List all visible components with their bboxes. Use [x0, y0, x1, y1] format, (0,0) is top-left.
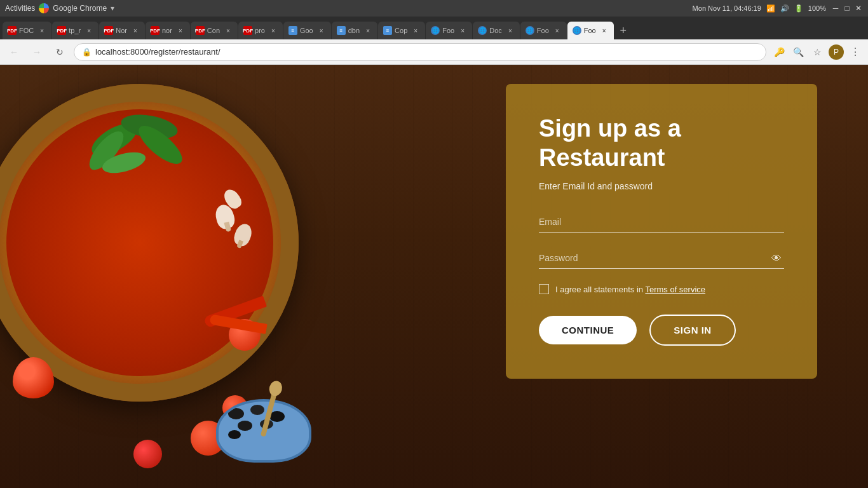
tab-favicon-doc: 🌐	[478, 26, 487, 35]
chrome-icon	[39, 3, 49, 13]
address-field[interactable]: 🔒 localhost:8000/register/restaurant/	[74, 43, 766, 61]
tab-close-goo[interactable]: ×	[317, 26, 326, 35]
password-field-wrapper: 👁	[539, 248, 784, 269]
url-display: localhost:8000/register/restaurant/	[95, 47, 220, 57]
tab-foo1[interactable]: 🌐 Foo ×	[426, 22, 472, 39]
garlic-3	[226, 189, 240, 209]
tab-cop[interactable]: ≡ Cop ×	[378, 22, 425, 39]
tab-close-dbn[interactable]: ×	[363, 26, 372, 35]
battery-percent: 100%	[808, 4, 826, 12]
tab-favicon-foo1: 🌐	[431, 26, 440, 35]
tab-pro[interactable]: PDF pro ×	[238, 22, 283, 39]
forward-button[interactable]: →	[28, 43, 46, 61]
tab-label-foc: FOC	[19, 27, 34, 34]
page-subtitle: Enter Email Id and password	[539, 181, 784, 191]
tab-label-foo2: Foo	[537, 27, 549, 34]
garlic-2	[235, 224, 251, 246]
tab-foo2[interactable]: 🌐 Foo ×	[520, 22, 567, 39]
refresh-button[interactable]: ↻	[51, 43, 69, 61]
tab-label-dbn: dbn	[348, 27, 360, 34]
tab-favicon-goo: ≡	[288, 26, 297, 35]
battery-icon: 🔋	[794, 4, 803, 13]
profile-avatar[interactable]: P	[829, 44, 844, 60]
browser-title: Google Chrome	[53, 4, 107, 13]
tab-label-doc: Doc	[489, 27, 502, 34]
lock-icon: 🔒	[82, 48, 92, 57]
back-button[interactable]: ←	[5, 43, 23, 61]
terms-of-service-link[interactable]: Terms of service	[645, 285, 705, 294]
tab-label-goo: Goo	[300, 27, 313, 34]
tab-foc[interactable]: PDF FOC ×	[3, 22, 51, 39]
tab-favicon-tpr: PDF	[57, 26, 66, 35]
titlebar-left: Activities Google Chrome ▾	[5, 3, 114, 13]
activities-button[interactable]: Activities	[5, 4, 35, 13]
chili-2	[209, 314, 267, 334]
tab-close-tpr[interactable]: ×	[85, 26, 93, 35]
tab-nor1[interactable]: PDF Nor ×	[99, 22, 145, 39]
tab-close-foc[interactable]: ×	[37, 26, 46, 35]
tab-foo3-active[interactable]: 🌐 Foo ×	[567, 22, 614, 39]
tab-label-nor2: nor	[162, 27, 172, 34]
tab-label-con: Con	[207, 27, 220, 34]
password-input[interactable]	[539, 248, 784, 269]
tab-label-nor1: Nor	[116, 27, 127, 34]
tab-label-cop: Cop	[395, 27, 407, 34]
search-icon[interactable]: 🔍	[790, 44, 806, 60]
tab-close-pro[interactable]: ×	[269, 26, 278, 35]
menu-icon[interactable]: ⋮	[848, 44, 863, 60]
tab-favicon-cop: ≡	[383, 26, 392, 35]
tab-favicon-pro: PDF	[243, 26, 252, 35]
tab-close-foo3[interactable]: ×	[600, 26, 609, 35]
form-buttons: CONTINUE SIGN IN	[539, 315, 784, 346]
password-visibility-toggle[interactable]: 👁	[771, 253, 782, 264]
tab-favicon-nor1: PDF	[104, 26, 113, 35]
tab-con[interactable]: PDF Con ×	[191, 22, 238, 39]
tab-close-cop[interactable]: ×	[411, 26, 420, 35]
tab-tpr[interactable]: PDF tp_r ×	[52, 22, 98, 39]
olive-bowl	[216, 399, 330, 475]
tab-favicon-foo2: 🌐	[526, 26, 534, 35]
tab-close-doc[interactable]: ×	[506, 26, 515, 35]
dropdown-arrow[interactable]: ▾	[111, 4, 114, 13]
email-input[interactable]	[539, 212, 784, 233]
page-content: Sign up as a Restaurant Enter Email Id a…	[0, 65, 868, 488]
window-controls: ─ □ ✕	[831, 4, 863, 13]
tab-favicon-con: PDF	[196, 26, 205, 35]
key-icon[interactable]: 🔑	[771, 44, 787, 60]
titlebar-right: Mon Nov 11, 04:46:19 📶 🔊 🔋 100% ─ □ ✕	[693, 4, 863, 13]
tab-favicon-foc: PDF	[8, 26, 17, 35]
close-button[interactable]: ✕	[854, 4, 863, 13]
terms-checkbox[interactable]	[539, 284, 549, 294]
tab-close-nor2[interactable]: ×	[176, 26, 185, 35]
terms-row: I agree all statements in Terms of servi…	[539, 284, 784, 294]
tab-doc[interactable]: 🌐 Doc ×	[473, 22, 520, 39]
tab-favicon-nor2: PDF	[151, 26, 159, 35]
tab-close-foo2[interactable]: ×	[553, 26, 562, 35]
signin-button[interactable]: SIGN IN	[649, 315, 735, 346]
tab-close-nor1[interactable]: ×	[131, 26, 140, 35]
tab-nor2[interactable]: PDF nor ×	[146, 22, 190, 39]
spoon-decoration	[267, 386, 272, 437]
continue-button[interactable]: CONTINUE	[539, 316, 637, 344]
minimize-button[interactable]: ─	[831, 4, 840, 13]
tab-dbn[interactable]: ≡ dbn ×	[332, 22, 377, 39]
tab-label-foo1: Foo	[442, 27, 454, 34]
volume-icon: 🔊	[780, 4, 789, 13]
tab-favicon-dbn: ≡	[337, 26, 346, 35]
registration-card: Sign up as a Restaurant Enter Email Id a…	[506, 84, 817, 379]
chili-decoration	[203, 306, 280, 338]
tab-goo[interactable]: ≡ Goo ×	[283, 22, 331, 39]
datetime-display: Mon Nov 11, 04:46:19	[693, 4, 761, 12]
tab-close-foo1[interactable]: ×	[458, 26, 467, 35]
new-tab-button[interactable]: +	[614, 22, 632, 39]
bookmark-icon[interactable]: ☆	[810, 44, 825, 60]
tab-label-tpr: tp_r	[69, 27, 81, 34]
wifi-icon: 📶	[766, 4, 775, 13]
tab-close-con[interactable]: ×	[224, 26, 233, 35]
tab-label-pro: pro	[255, 27, 265, 34]
address-bar: ← → ↻ 🔒 localhost:8000/register/restaura…	[0, 39, 868, 65]
email-field-wrapper	[539, 212, 784, 233]
tomato-5	[133, 440, 162, 468]
terms-text: I agree all statements in Terms of servi…	[555, 285, 705, 294]
maximize-button[interactable]: □	[843, 4, 851, 13]
